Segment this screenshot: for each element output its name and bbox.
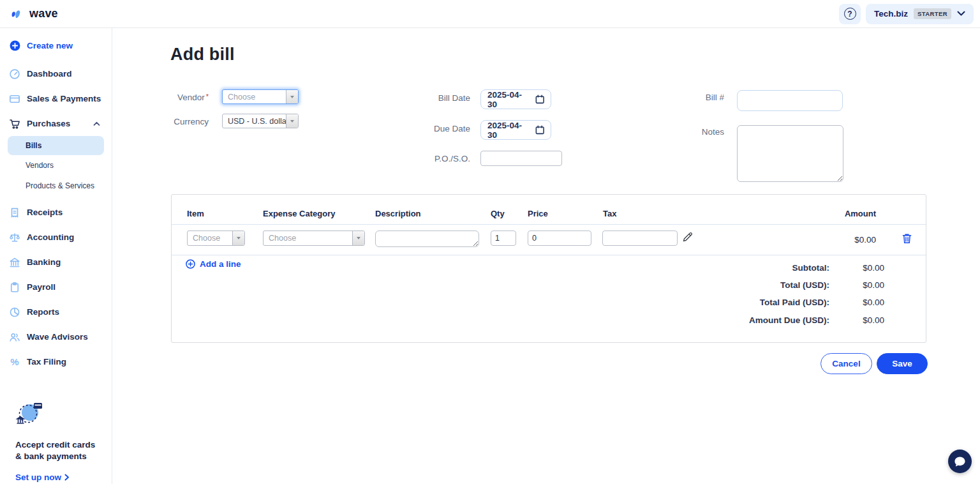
credit-card-icon bbox=[9, 93, 20, 105]
sidebar-item-sales-payments[interactable]: Sales & Payments bbox=[0, 86, 112, 111]
due-date-input[interactable]: 2025-04-30 bbox=[480, 120, 551, 140]
currency-label: Currency bbox=[151, 117, 209, 126]
create-new-label: Create new bbox=[27, 41, 73, 50]
wave-logo[interactable]: wave bbox=[9, 6, 58, 22]
speech-bubble-icon bbox=[954, 456, 966, 467]
sidebar-subitem-bills[interactable]: Bills bbox=[8, 136, 104, 155]
select-caret-icon bbox=[352, 231, 364, 245]
price-input[interactable] bbox=[528, 231, 591, 246]
required-asterisk: * bbox=[206, 93, 209, 100]
qty-input[interactable] bbox=[491, 231, 516, 246]
business-switcher[interactable]: Tech.biz STARTER bbox=[866, 4, 974, 24]
sidebar: Create new Dashboard Sales & Payments Pu… bbox=[0, 28, 112, 484]
subitem-label: Bills bbox=[26, 141, 41, 150]
tax-input[interactable] bbox=[602, 231, 678, 246]
clipboard-icon bbox=[9, 282, 20, 293]
vendor-select[interactable]: Choose bbox=[222, 89, 299, 104]
po-so-input[interactable] bbox=[480, 151, 562, 166]
col-header-tax: Tax bbox=[603, 209, 616, 218]
col-header-amount: Amount bbox=[845, 209, 876, 218]
edit-tax-pencil-icon[interactable] bbox=[682, 232, 693, 245]
topbar-right: ? Tech.biz STARTER bbox=[839, 4, 974, 24]
sidebar-item-accounting[interactable]: Accounting bbox=[0, 225, 112, 250]
people-icon bbox=[9, 331, 20, 343]
sidebar-subitem-products-services[interactable]: Products & Services bbox=[0, 176, 112, 196]
item-select[interactable]: Choose bbox=[187, 231, 245, 246]
plus-circle-icon bbox=[186, 259, 195, 269]
help-button[interactable]: ? bbox=[839, 4, 861, 24]
chat-launcher-button[interactable] bbox=[948, 450, 972, 473]
total-paid-value: $0.00 bbox=[863, 298, 884, 307]
line-amount: $0.00 bbox=[854, 235, 876, 245]
receipt-icon bbox=[9, 207, 20, 218]
bank-icon bbox=[9, 257, 20, 268]
notes-label: Notes bbox=[648, 127, 724, 137]
wave-logo-icon bbox=[9, 6, 26, 22]
set-up-now-link[interactable]: Set up now bbox=[15, 473, 99, 482]
sidebar-item-banking[interactable]: Banking bbox=[0, 250, 112, 275]
total-value: $0.00 bbox=[863, 280, 884, 290]
calendar-icon bbox=[535, 95, 544, 104]
amount-due-label: Amount Due (USD): bbox=[749, 315, 829, 325]
percent-icon: % bbox=[9, 356, 20, 368]
sidebar-item-receipts[interactable]: Receipts bbox=[0, 200, 112, 225]
item-select-value: Choose bbox=[188, 231, 232, 245]
chevron-up-icon bbox=[93, 121, 100, 126]
select-caret-icon bbox=[286, 90, 298, 103]
bill-number-label: Bill # bbox=[648, 93, 724, 102]
sidebar-item-label: Tax Filing bbox=[27, 357, 66, 367]
subitem-label: Vendors bbox=[26, 161, 54, 170]
po-so-label: P.O./S.O. bbox=[394, 154, 470, 163]
col-header-price: Price bbox=[528, 209, 548, 218]
sidebar-item-label: Dashboard bbox=[27, 69, 72, 79]
delete-line-trash-icon[interactable] bbox=[902, 233, 912, 246]
business-name: Tech.biz bbox=[874, 9, 908, 19]
col-header-description: Description bbox=[375, 209, 421, 218]
add-a-line-label: Add a line bbox=[200, 259, 241, 269]
plus-circle-icon bbox=[9, 40, 20, 52]
due-date-label: Due Date bbox=[394, 124, 470, 133]
select-caret-icon bbox=[232, 231, 244, 245]
bill-number-input[interactable] bbox=[737, 90, 843, 111]
chevron-down-icon bbox=[957, 11, 965, 17]
notes-textarea[interactable] bbox=[737, 125, 843, 182]
divider bbox=[172, 255, 926, 255]
chevron-right-icon bbox=[64, 474, 70, 481]
sidebar-item-wave-advisors[interactable]: Wave Advisors bbox=[0, 324, 112, 349]
sidebar-item-dashboard[interactable]: Dashboard bbox=[0, 61, 112, 86]
currency-select-value: USD - U.S. dollar bbox=[223, 114, 286, 128]
page: wave ? Tech.biz STARTER Create new Dashb bbox=[0, 0, 980, 484]
page-title: Add bill bbox=[170, 45, 235, 64]
bill-date-label: Bill Date bbox=[394, 93, 470, 103]
due-date-value: 2025-04-30 bbox=[487, 121, 530, 140]
subtotal-value: $0.00 bbox=[863, 263, 884, 273]
sidebar-item-purchases[interactable]: Purchases bbox=[0, 111, 112, 136]
select-caret-icon bbox=[286, 114, 298, 128]
sidebar-item-label: Receipts bbox=[27, 208, 63, 217]
expense-category-select-value: Choose bbox=[264, 231, 352, 245]
sidebar-item-label: Accounting bbox=[27, 232, 74, 242]
sidebar-subitem-vendors[interactable]: Vendors bbox=[0, 155, 112, 176]
sidebar-item-reports[interactable]: Reports bbox=[0, 299, 112, 324]
total-label: Total (USD): bbox=[780, 280, 829, 290]
col-header-qty: Qty bbox=[491, 209, 505, 218]
line-items-card: Item Expense Category Description Qty Pr… bbox=[171, 194, 926, 343]
bill-date-value: 2025-04-30 bbox=[487, 90, 530, 109]
sidebar-item-label: Sales & Payments bbox=[27, 94, 101, 103]
save-button[interactable]: Save bbox=[877, 353, 928, 374]
description-textarea[interactable] bbox=[375, 231, 479, 247]
col-header-expense-category: Expense Category bbox=[263, 209, 335, 218]
sidebar-item-label: Reports bbox=[27, 307, 59, 317]
main-content: Add bill Vendor* Choose Currency USD - U… bbox=[113, 28, 980, 484]
sidebar-item-tax-filing[interactable]: % Tax Filing bbox=[0, 349, 112, 374]
subtotal-label: Subtotal: bbox=[792, 263, 830, 273]
sidebar-item-payroll[interactable]: Payroll bbox=[0, 275, 112, 299]
create-new-button[interactable]: Create new bbox=[0, 33, 112, 58]
add-a-line-button[interactable]: Add a line bbox=[186, 259, 241, 269]
expense-category-select[interactable]: Choose bbox=[263, 231, 365, 246]
currency-select[interactable]: USD - U.S. dollar bbox=[222, 114, 299, 128]
sidebar-item-label: Banking bbox=[27, 257, 61, 267]
bill-date-input[interactable]: 2025-04-30 bbox=[480, 89, 551, 109]
plan-badge: STARTER bbox=[914, 8, 951, 19]
cancel-button[interactable]: Cancel bbox=[820, 353, 872, 374]
